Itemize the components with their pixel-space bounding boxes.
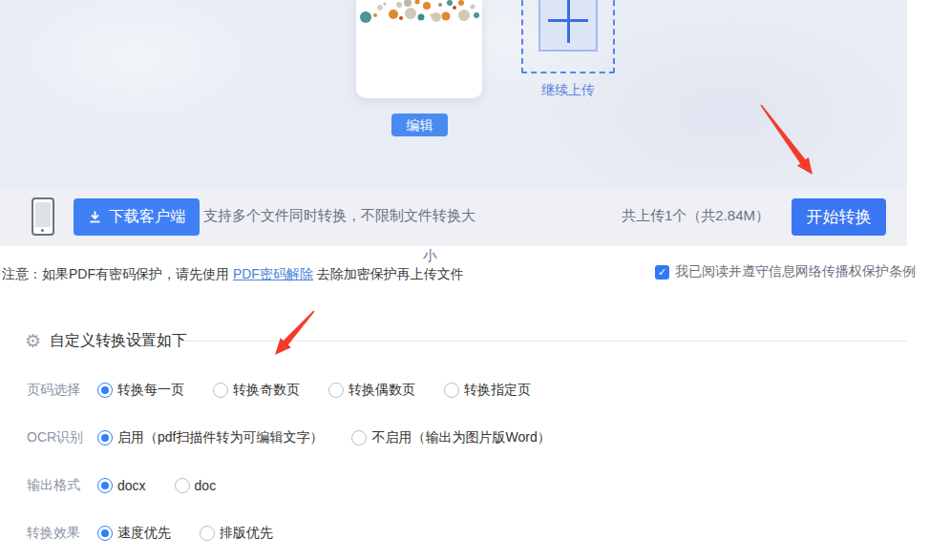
thumbnail-dots-image (356, 0, 482, 29)
radio-option[interactable]: 排版优先 (200, 525, 273, 542)
continue-upload-box[interactable] (521, 0, 615, 73)
radio-option[interactable]: doc (175, 478, 217, 493)
radio-option-label: 启用（pdf扫描件转为可编辑文字） (117, 429, 323, 446)
radio-option-label: 排版优先 (220, 525, 273, 542)
start-convert-button[interactable]: 开始转换 (792, 198, 886, 236)
setting-row: 页码选择转换每一页转换奇数页转换偶数页转换指定页 (27, 366, 580, 414)
password-note: 注意：如果PDF有密码保护，请先使用 PDF密码解除 去除加密保护再上传文件 (2, 266, 464, 283)
setting-row-label: OCR识别 (27, 429, 97, 446)
toolbar-description-overflow: 小 (423, 247, 437, 265)
setting-row-label: 页码选择 (27, 382, 97, 399)
radio-icon[interactable] (328, 383, 344, 398)
settings-header: ⚙ 自定义转换设置如下 (0, 328, 907, 355)
note-text: 去除加密保护再上传文件 (313, 266, 464, 281)
setting-row: 输出格式docxdoc (27, 462, 580, 509)
radio-selected-icon[interactable] (97, 430, 113, 446)
radio-option-label: 转换偶数页 (348, 382, 415, 399)
radio-option-label: docx (117, 478, 146, 493)
radio-option-label: 转换每一页 (117, 382, 184, 399)
setting-row: 转换效果速度优先排版优先 (27, 509, 580, 557)
settings-title: 自定义转换设置如下 (50, 331, 187, 351)
toolbar-description: 支持多个文件同时转换，不限制文件转换大 (203, 207, 475, 225)
upload-area: 编辑 继续上传 (0, 0, 907, 188)
upload-summary: 共上传1个（共2.84M） (622, 207, 770, 225)
radio-icon[interactable] (175, 478, 190, 493)
pdf-converter-page: 编辑 继续上传 下载客户端 支持多个文件同时转换，不限制文件转换大 共上传1个（… (0, 0, 929, 560)
radio-icon[interactable] (444, 383, 459, 398)
radio-option[interactable]: 不启用（输出为图片版Word） (351, 429, 550, 446)
plus-icon (567, 0, 570, 43)
pdf-thumbnail[interactable] (356, 0, 482, 98)
plus-box (538, 0, 598, 52)
radio-option[interactable]: 转换每一页 (97, 382, 184, 399)
radio-icon[interactable] (200, 526, 215, 541)
agreement-checkbox[interactable]: ✓ (655, 265, 669, 280)
radio-option-label: 转换指定页 (464, 382, 531, 399)
radio-option-label: 不启用（输出为图片版Word） (371, 429, 550, 446)
radio-selected-icon[interactable] (97, 383, 113, 398)
divider (181, 341, 907, 342)
radio-option-label: 转换奇数页 (233, 382, 300, 399)
radio-selected-icon[interactable] (97, 478, 113, 493)
toolbar: 下载客户端 支持多个文件同时转换，不限制文件转换大 共上传1个（共2.84M） … (0, 188, 907, 246)
radio-icon[interactable] (351, 430, 367, 446)
agreement-label: 我已阅读并遵守信息网络传播权保护条例 (675, 263, 916, 280)
phone-icon (32, 197, 54, 236)
edit-button[interactable]: 编辑 (391, 114, 448, 136)
setting-row: OCR识别启用（pdf扫描件转为可编辑文字）不启用（输出为图片版Word） (27, 414, 580, 462)
agreement-row: ✓ 我已阅读并遵守信息网络传播权保护条例 (655, 263, 916, 280)
radio-option[interactable]: docx (97, 478, 146, 493)
download-client-label: 下载客户端 (109, 207, 185, 227)
radio-option-label: 速度优先 (117, 525, 171, 542)
radio-option[interactable]: 转换指定页 (444, 382, 531, 399)
settings-rows: 页码选择转换每一页转换奇数页转换偶数页转换指定页OCR识别启用（pdf扫描件转为… (27, 366, 580, 557)
setting-row-label: 输出格式 (27, 477, 97, 494)
radio-selected-icon[interactable] (97, 526, 113, 541)
download-client-button[interactable]: 下载客户端 (74, 198, 200, 236)
radio-option-label: doc (195, 478, 217, 493)
continue-upload-label: 继续上传 (521, 82, 615, 99)
setting-row-label: 转换效果 (27, 525, 97, 542)
note-text: 注意：如果PDF有密码保护，请先使用 (2, 266, 233, 281)
radio-option[interactable]: 转换偶数页 (328, 382, 415, 399)
pdf-password-remove-link[interactable]: PDF密码解除 (233, 266, 313, 281)
radio-option[interactable]: 启用（pdf扫描件转为可编辑文字） (97, 429, 323, 446)
radio-icon[interactable] (213, 383, 228, 398)
download-icon (88, 210, 102, 224)
radio-option[interactable]: 转换奇数页 (213, 382, 300, 399)
gear-icon: ⚙ (25, 330, 41, 353)
radio-option[interactable]: 速度优先 (97, 525, 171, 542)
